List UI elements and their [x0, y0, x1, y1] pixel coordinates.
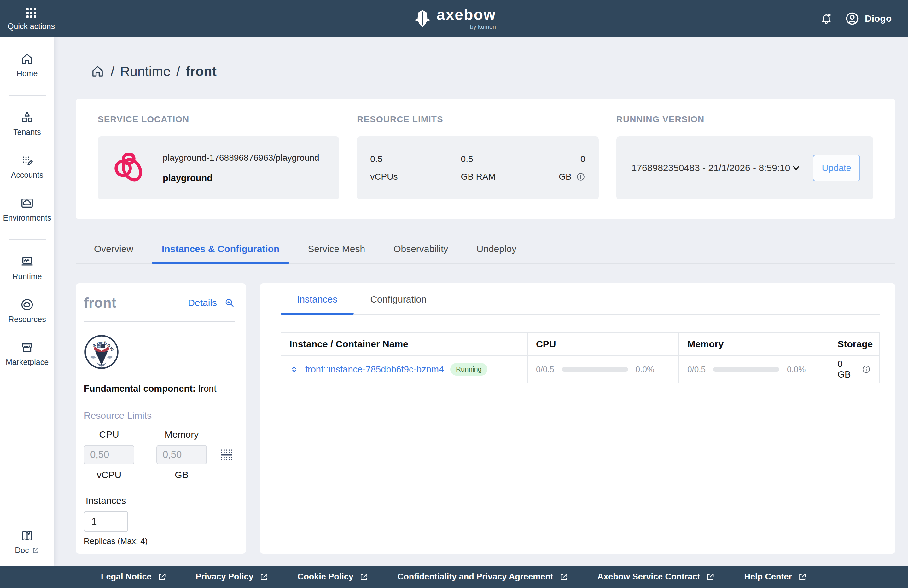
- brand-logo: axebow by kumori: [412, 7, 496, 30]
- sidebar: Home Tenants Accounts: [0, 37, 54, 566]
- memory-field-group: Memory GB: [156, 429, 207, 480]
- footer-link-label: Privacy Policy: [196, 572, 253, 582]
- brand-name: axebow: [437, 7, 496, 22]
- sidebar-item-marketplace[interactable]: Marketplace: [6, 340, 48, 367]
- resource-limits-subtitle: Resource Limits: [84, 410, 235, 421]
- tab-undeploy[interactable]: Undeploy: [467, 244, 527, 263]
- subtab-configuration[interactable]: Configuration: [354, 294, 443, 314]
- user-menu[interactable]: Diogo: [845, 11, 892, 26]
- service-logo: [111, 149, 148, 186]
- memory-usage-percent: 0.0%: [787, 365, 805, 374]
- info-icon[interactable]: [576, 172, 586, 182]
- instances-subtabs: Instances Configuration: [280, 294, 880, 315]
- service-tabs: Overview Instances & Configuration Servi…: [76, 244, 895, 264]
- memory-unit-label: GB: [175, 469, 188, 480]
- marketplace-icon: [20, 340, 34, 355]
- cpu-limit: 0.5 vCPUs: [370, 154, 398, 182]
- expand-row-icon[interactable]: [290, 365, 299, 374]
- col-header-cpu: CPU: [528, 333, 679, 355]
- sidebar-item-environments[interactable]: Environments: [3, 196, 52, 222]
- cpu-limit-value: 0.5: [370, 154, 398, 164]
- footer-link-legal-notice[interactable]: Legal Notice: [101, 572, 167, 582]
- footer-link-label: Legal Notice: [101, 572, 151, 582]
- tab-service-mesh[interactable]: Service Mesh: [298, 244, 375, 263]
- storage-limit: 0 GB: [559, 154, 585, 182]
- memory-label: Memory: [164, 429, 199, 440]
- version-select[interactable]: 1768982350483 - 21/1/2026 - 8:59:10 Upda…: [617, 137, 873, 199]
- service-name: playground: [163, 173, 319, 183]
- cpu-usage-ratio: 0/0.5: [536, 365, 554, 374]
- footer-link-label: Cookie Policy: [298, 572, 353, 582]
- environments-icon: [20, 196, 34, 210]
- component-title: front: [84, 295, 116, 311]
- external-link-icon: [359, 572, 369, 582]
- sidebar-item-resources[interactable]: Resources: [8, 297, 46, 324]
- breadcrumb-section[interactable]: Runtime: [120, 64, 171, 79]
- sidebar-item-label: Runtime: [12, 272, 42, 281]
- border-horizontal-icon[interactable]: [219, 448, 233, 462]
- doc-icon: [20, 529, 34, 543]
- sidebar-divider: [8, 95, 46, 96]
- memory-input: [156, 445, 207, 464]
- service-location-title: SERVICE LOCATION: [98, 114, 339, 124]
- footer: Legal Notice Privacy Policy Cookie Polic…: [0, 566, 908, 588]
- footer-link-help-center[interactable]: Help Center: [744, 572, 807, 582]
- footer-link-confidentiality[interactable]: Confidentiality and Privacy Agreement: [398, 572, 568, 582]
- tab-observability[interactable]: Observability: [383, 244, 458, 263]
- tab-overview[interactable]: Overview: [84, 244, 143, 263]
- home-icon[interactable]: [90, 64, 105, 79]
- footer-link-label: Axebow Service Contract: [597, 572, 700, 582]
- info-icon[interactable]: [862, 365, 871, 374]
- external-link-icon: [32, 547, 39, 554]
- service-location-box: playground-1768896876963/playground play…: [98, 137, 339, 199]
- footer-link-service-contract[interactable]: Axebow Service Contract: [597, 572, 715, 582]
- instances-panel: Instances Configuration Instance / Conta…: [260, 283, 895, 554]
- tab-instances-configuration[interactable]: Instances & Configuration: [151, 244, 290, 263]
- storage-limit-label: GB: [559, 172, 571, 182]
- sidebar-item-doc[interactable]: Doc: [15, 529, 39, 555]
- footer-link-cookie-policy[interactable]: Cookie Policy: [298, 572, 369, 582]
- cpu-usage-percent: 0.0%: [636, 365, 654, 374]
- col-header-name: Instance / Container Name: [281, 333, 528, 355]
- main-content: / Runtime / front SERVICE LOCATION: [54, 37, 908, 566]
- sidebar-item-label: Environments: [3, 213, 52, 222]
- details-link[interactable]: Details: [188, 297, 217, 308]
- ram-limit: 0.5 GB RAM: [461, 154, 496, 182]
- cpu-unit-label: vCPU: [97, 469, 121, 480]
- subtab-instances[interactable]: Instances: [280, 294, 354, 314]
- breadcrumb: / Runtime / front: [90, 64, 895, 79]
- quick-actions-button[interactable]: Quick actions: [8, 6, 55, 31]
- external-link-icon: [798, 572, 807, 582]
- bell-icon[interactable]: [819, 12, 833, 26]
- service-location-section: SERVICE LOCATION playground-176889687696…: [98, 114, 339, 199]
- home-icon: [20, 52, 34, 66]
- service-summary-card: SERVICE LOCATION playground-176889687696…: [76, 99, 895, 219]
- instances-table: Instance / Container Name CPU Memory Sto…: [280, 333, 880, 384]
- cpu-field-group: CPU vCPU: [84, 429, 134, 480]
- sidebar-item-home[interactable]: Home: [17, 52, 38, 78]
- sidebar-item-label: Resources: [8, 315, 46, 324]
- cpu-usage-bar: [562, 367, 628, 371]
- component-panel: front Details axebow: [76, 283, 246, 554]
- cpu-input: [84, 445, 134, 464]
- fundamental-value: front: [198, 384, 217, 394]
- sidebar-item-label: Tenants: [13, 128, 41, 137]
- col-header-memory: Memory: [679, 333, 829, 355]
- footer-link-label: Confidentiality and Privacy Agreement: [398, 572, 553, 582]
- instances-label: Instances: [86, 495, 126, 506]
- update-button[interactable]: Update: [813, 155, 860, 181]
- footer-link-privacy-policy[interactable]: Privacy Policy: [196, 572, 269, 582]
- external-link-icon: [705, 572, 715, 582]
- breadcrumb-current: front: [186, 64, 217, 79]
- sidebar-item-accounts[interactable]: Accounts: [11, 153, 43, 180]
- version-selected-value: 1768982350483 - 21/1/2026 - 8:59:10: [631, 162, 790, 174]
- instance-link[interactable]: front::instance-785dbb6f9c-bznm4: [305, 364, 444, 375]
- external-link-icon: [157, 572, 167, 582]
- footer-link-label: Help Center: [744, 572, 792, 582]
- grid-icon: [24, 6, 38, 19]
- zoom-in-icon[interactable]: [224, 297, 235, 308]
- sidebar-item-tenants[interactable]: Tenants: [13, 110, 41, 137]
- instances-input[interactable]: [84, 511, 128, 532]
- sidebar-item-runtime[interactable]: Runtime: [12, 255, 42, 281]
- instances-field-group: Instances: [84, 495, 128, 532]
